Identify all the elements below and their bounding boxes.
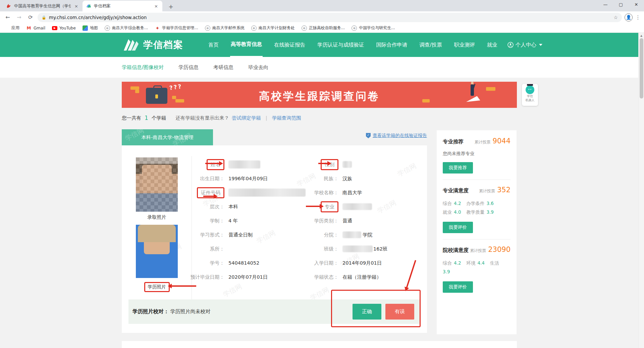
maps-icon — [83, 25, 88, 31]
archive-favicon-icon — [86, 3, 91, 9]
major-satisfaction-section: 专业满意度 累计投票 352 — [443, 186, 511, 194]
back-icon[interactable]: ← — [3, 13, 12, 22]
user-menu[interactable]: 个人中心 — [507, 42, 542, 49]
section-title: 院校满意度 — [443, 247, 469, 254]
bookmark-degree[interactable]: 中国学位与研究生... — [352, 25, 395, 31]
student-info-card: 学信网 学信网 学信网 学信网 学信网 学信网 学信网 学信网 学信网 学信网 … — [122, 145, 427, 333]
photo-verify-bar: 学历照片校对： 学历照片尚未校对 正确 有误 — [128, 299, 420, 324]
browser-tab-1[interactable]: 中国高等教育学生信息网（学信档案） × — [3, 1, 83, 11]
votes-count: 23090 — [488, 246, 511, 254]
page-scrollbar[interactable]: ▲ — [638, 33, 644, 348]
site-header: 学信档案 首页 高等教育信息 在线验证报告 学历认证与成绩验证 国际合作申请 调… — [0, 33, 644, 57]
person-circle-icon — [507, 42, 514, 48]
chsi-robot-widget[interactable]: 学信 机器人 — [522, 84, 538, 106]
section-title: 专业推荐 — [443, 138, 464, 145]
caret-down-icon — [539, 44, 542, 46]
apps-grid-icon — [5, 26, 9, 30]
tab-title: 学信档案 — [94, 3, 151, 9]
degree-site-icon — [352, 25, 357, 31]
tab-close-icon[interactable]: × — [153, 4, 159, 9]
globe-icon — [205, 25, 210, 31]
subnav-xueli[interactable]: 学历信息 — [178, 64, 199, 71]
query-scope-link[interactable]: 学籍查询范围 — [272, 115, 301, 121]
subnav-xueji-image[interactable]: 学籍信息/图像校对 — [122, 64, 164, 71]
forward-icon[interactable]: → — [15, 13, 23, 22]
rate-major-button[interactable]: 我要评价 — [443, 222, 473, 233]
field-row-gender: 性别 — [285, 157, 426, 171]
bookmark-jwc[interactable]: 南昌大学综合教务... — [105, 25, 148, 31]
user-menu-label: 个人中心 — [516, 42, 536, 49]
browser-tab-strip: 中国高等教育学生信息网（学信档案） × 学信档案 × + — ▢ ✕ — [0, 0, 644, 11]
field-row-study-form: 学习形式： 普通全日制 — [165, 228, 300, 242]
xueji-tab[interactable]: 学信网 学信网 本科-南昌大学-物流管理 — [122, 129, 213, 145]
scrollbar-thumb[interactable] — [640, 38, 643, 98]
next-section-card — [122, 341, 517, 348]
window-controls: — ▢ ✕ — [598, 0, 644, 10]
profile-icon[interactable]: 👤 — [625, 13, 633, 21]
nav-international[interactable]: 国际合作申请 — [376, 33, 408, 57]
annotation-arrow-id — [203, 196, 214, 197]
globe-icon — [105, 25, 110, 31]
bookmark-youtube[interactable]: ▶YouTube — [52, 26, 76, 30]
online-report-link[interactable]: ✓ 查看该学籍的在线验证报告 — [357, 133, 427, 139]
subnav-biye[interactable]: 毕业去向 — [248, 64, 268, 71]
address-bar[interactable]: 🔒 my.chsi.com.cn/archive/gdjy/xj/show.ac… — [38, 13, 622, 22]
summary-suffix: 个学籍 — [152, 115, 166, 121]
bookmark-apps[interactable]: 应用 — [5, 25, 19, 31]
recommend-button[interactable]: 我要推荐 — [443, 162, 473, 173]
xueji-count: 1 — [144, 115, 149, 121]
tab-close-icon[interactable]: × — [73, 4, 79, 9]
field-row-duration: 学制： 4 年 — [165, 214, 300, 228]
robot-label: 机器人 — [526, 98, 535, 102]
fields-left-column: 姓名 出生日期： 1996年04月09日 证件号码 层次： 本科 学制： 4 年… — [165, 157, 300, 284]
school-ratings: 综合4.2环境4.4生活3.9 — [443, 259, 511, 276]
rate-school-button[interactable]: 我要评价 — [443, 281, 473, 293]
redacted-gender-value — [342, 161, 352, 168]
bookmark-mail[interactable]: 南昌大学邮件系统 — [205, 25, 245, 31]
reload-icon[interactable]: ⟳ — [26, 13, 35, 22]
nav-certification[interactable]: 学历认证与成绩验证 — [317, 33, 365, 57]
nav-survey[interactable]: 调查/投票 — [419, 33, 443, 57]
wrong-button[interactable]: 有误 — [385, 304, 414, 320]
bookmark-gmail[interactable]: MGmail — [26, 25, 45, 31]
correct-button[interactable]: 正确 — [353, 304, 381, 320]
url-text[interactable]: my.chsi.com.cn/archive/gdjy/xj/show.acti… — [49, 15, 611, 20]
nav-online-report[interactable]: 在线验证报告 — [273, 33, 306, 57]
window-minimize-icon[interactable]: — — [598, 0, 613, 10]
annotation-arrow-major — [306, 206, 320, 207]
star-icon[interactable]: ☆ — [613, 15, 618, 20]
field-row-student-no: 学号： 5404814052 — [165, 256, 300, 270]
survey-banner[interactable]: ??? 高校学生跟踪调查问卷 — [122, 82, 517, 108]
field-row-birthdate: 出生日期： 1996年04月09日 — [165, 171, 300, 186]
nav-career-test[interactable]: 职业测评 — [453, 33, 476, 57]
site-logo[interactable]: 学信档案 — [122, 39, 183, 51]
votes-label: 累计投票 — [470, 248, 486, 254]
bookmark-caiwu[interactable]: 南昌大学计划财务处 — [251, 25, 295, 31]
section-title: 专业满意度 — [443, 187, 469, 194]
banner-title: 高校学生跟踪调查问卷 — [122, 89, 517, 104]
robot-label: 学信 — [527, 94, 533, 98]
nav-home[interactable]: 首页 — [208, 33, 219, 57]
field-row-id-number: 证件号码 — [165, 186, 300, 200]
bookmark-maps[interactable]: 地图 — [83, 25, 98, 31]
votes-count: 352 — [497, 186, 511, 194]
field-row-name: 姓名 — [165, 157, 300, 171]
major-ratings: 综合4.2办学条件3.6 就业4.0教学质量3.9 — [443, 199, 511, 216]
new-tab-button[interactable]: + — [166, 3, 176, 11]
scrollbar-up-icon[interactable]: ▲ — [639, 33, 644, 37]
window-close-icon[interactable]: ✕ — [629, 0, 644, 10]
nav-higher-edu[interactable]: 高等教育信息 — [230, 33, 263, 57]
bookmark-zhengmai[interactable]: 正脉高校自助服务... — [302, 25, 345, 31]
field-row-expected-graduation: 预计毕业日期： 2020年07月01日 — [165, 270, 300, 284]
subnav-kaoyan[interactable]: 考研信息 — [213, 64, 233, 71]
redacted-major-value — [342, 203, 372, 210]
window-maximize-icon[interactable]: ▢ — [613, 0, 629, 10]
browser-tab-2[interactable]: 学信档案 × — [83, 1, 162, 11]
bind-xueji-link[interactable]: 尝试绑定学籍 — [232, 115, 261, 121]
link-separator: | — [266, 115, 267, 121]
nav-employment[interactable]: 就业 — [486, 33, 498, 57]
xueji-tab-label: 本科-南昌大学-物流管理 — [141, 134, 193, 141]
field-row-ethnicity: 民族： 汉族 — [285, 171, 426, 186]
bookmark-xjxl[interactable]: ✦学籍学历信息管理... — [155, 25, 198, 31]
menu-kebab-icon[interactable]: ⋮ — [635, 14, 641, 20]
